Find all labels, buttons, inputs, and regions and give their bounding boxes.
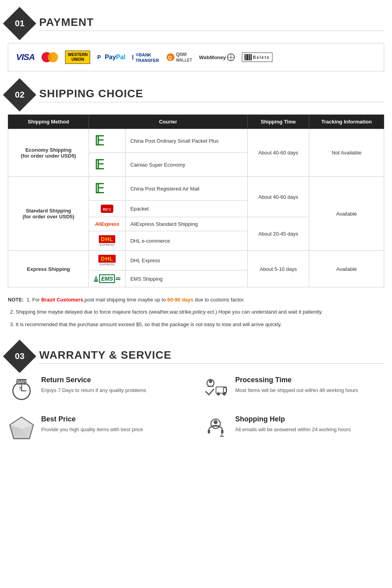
svg-rect-7 <box>246 54 246 60</box>
mastercard-logo <box>42 52 58 62</box>
shipping-table-wrapper: Shipping Method Courier Shipping Time Tr… <box>8 114 384 287</box>
china-post-reg-name: China Post Registered Air Mail <box>125 177 247 201</box>
svg-text:𝔼: 𝔼 <box>94 181 104 196</box>
table-row-express-1: Express Shipping DHL EXPRESS DHL Express… <box>8 251 384 270</box>
bank-transfer-logo: ≡BANKTRANSFER <box>132 51 159 63</box>
best-price-title: Best Price <box>41 415 143 423</box>
epacket-icon: e邮宝 <box>89 201 125 217</box>
svg-rect-9 <box>248 54 249 60</box>
paypal-logo: P PayPal <box>97 54 125 61</box>
col-time: Shipping Time <box>247 115 309 129</box>
shopping-help-desc: All emails will be answered within 24 wo… <box>235 426 351 434</box>
section-number-shipping: 02 <box>3 78 36 112</box>
processing-time-title: Processing Time <box>235 376 358 384</box>
return-service-title: Return Service <box>41 376 146 384</box>
shipping-notes: NOTE: 1. For Brazil Customers,post mail … <box>8 295 384 329</box>
economy-method-cell: Economy Shipping(for order under USD5) <box>8 129 89 177</box>
svg-text:DAYS: DAYS <box>17 380 28 384</box>
warranty-item-return: 7 DAYS Return Service Enjoys 7 Days to r… <box>8 376 190 403</box>
best-price-desc: Provide you high quality items with best… <box>41 426 143 434</box>
svg-rect-6 <box>245 54 245 60</box>
shipping-table: Shipping Method Courier Shipping Time Tr… <box>8 114 384 287</box>
ems-icon: EMS <box>89 270 125 287</box>
cainiao-name: Cainiao Super Economy <box>125 153 247 177</box>
shopping-help-text: Shopping Help All emails will be answere… <box>235 415 351 434</box>
svg-text:Q: Q <box>168 55 172 60</box>
china-post-name: China Post Ordinary Small Packet Plus <box>125 129 247 153</box>
return-service-desc: Enjoys 7 Days to return if any quality p… <box>41 387 146 394</box>
ems-name: EMS Shipping <box>125 270 247 287</box>
economy-tracking: Not Available <box>309 129 384 177</box>
dhl-ecom-icon: DHL EXPRESS <box>89 231 125 251</box>
express-tracking: Available <box>309 251 384 287</box>
processing-icon <box>202 376 229 403</box>
note-days: 60-90 days <box>167 297 194 303</box>
payment-section-header: 01 PAYMENT <box>8 12 384 35</box>
col-tracking: Tracking Information <box>309 115 384 129</box>
note-label: NOTE: <box>8 297 24 303</box>
dhl-express-icon: DHL EXPRESS <box>89 251 125 270</box>
standard-time-2: About 20-45 days <box>247 217 309 251</box>
warranty-item-help: Shopping Help All emails will be answere… <box>202 415 384 443</box>
boleto-logo: Boleto <box>242 53 272 62</box>
svg-text:P: P <box>97 54 101 60</box>
warranty-item-processing: Processing Time Most Items will be shipp… <box>202 376 384 403</box>
cainiao-icon-cell: 𝔼 <box>89 153 125 177</box>
economy-time: About 40-60 days <box>247 129 309 177</box>
payment-methods-box: VISA WESTERNUNION P PayPal ≡BANKTRANSFER… <box>8 43 384 71</box>
svg-point-33 <box>223 392 226 396</box>
svg-rect-10 <box>249 54 250 60</box>
warranty-grid: 7 DAYS Return Service Enjoys 7 Days to r… <box>8 376 384 443</box>
standard-time-1: About 40-60 days <box>247 177 309 217</box>
china-post-reg-icon: 𝔼 <box>89 177 125 201</box>
col-courier: Courier <box>89 115 247 129</box>
shipping-section-header: 02 SHIPPING CHOICE <box>8 83 384 107</box>
note-3: It is recommended that the purchase amou… <box>16 320 384 329</box>
shopping-help-title: Shopping Help <box>235 415 351 423</box>
svg-rect-42 <box>221 430 223 434</box>
aliexpress-icon: AliExpress <box>89 217 125 231</box>
price-icon <box>8 415 35 443</box>
processing-time-text: Processing Time Most Items will be shipp… <box>235 376 358 394</box>
processing-time-desc: Most Items will be shipped out within 48… <box>235 387 358 394</box>
warranty-section-header: 03 WARRANTY & SERVICE <box>8 345 384 368</box>
webmoney-logo: WebMoney <box>199 53 235 61</box>
svg-text:𝔼: 𝔼 <box>94 133 104 148</box>
col-method: Shipping Method <box>8 115 89 129</box>
standard-method-cell: Standard Shipping(for order over USD5) <box>8 177 89 251</box>
china-post-icon-cell: 𝔼 <box>89 129 125 153</box>
warranty-item-price: Best Price Provide you high quality item… <box>8 415 190 443</box>
dhl-express-name: DHL Express <box>125 251 247 270</box>
svg-point-40 <box>214 420 218 424</box>
table-row-standard-1: Standard Shipping(for order over USD5) 𝔼… <box>8 177 384 201</box>
svg-rect-11 <box>250 54 250 60</box>
svg-text:𝔼: 𝔼 <box>94 157 104 172</box>
standard-tracking: Available <box>309 177 384 251</box>
epacket-name: Epacket <box>125 201 247 217</box>
section-number-payment: 01 <box>3 7 36 40</box>
qiwi-logo: Q QIWIWALLET <box>166 52 192 63</box>
section-number-warranty: 03 <box>3 340 36 373</box>
svg-text:7: 7 <box>19 386 21 391</box>
svg-rect-12 <box>251 54 252 60</box>
payment-title: PAYMENT <box>39 16 384 31</box>
svg-point-32 <box>217 392 220 396</box>
return-service-text: Return Service Enjoys 7 Days to return i… <box>41 376 146 394</box>
return-icon: 7 DAYS <box>8 376 35 403</box>
express-time: About 5-10 days <box>247 251 309 287</box>
note-brazil: Brazil Customers <box>41 297 83 303</box>
aliexpress-name: AliExpress Standard Shipping <box>125 217 247 231</box>
svg-rect-8 <box>247 54 248 60</box>
note-2: Shipping time maybe delayed due to force… <box>16 307 384 316</box>
dhl-ecom-name: DHL e-commerce <box>125 231 247 251</box>
table-row-economy-1: Economy Shipping(for order under USD5) 𝔼… <box>8 129 384 153</box>
help-icon <box>202 415 229 443</box>
visa-logo: VISA <box>16 52 34 62</box>
express-method-cell: Express Shipping <box>8 251 89 287</box>
svg-rect-41 <box>208 430 210 434</box>
western-union-logo: WESTERNUNION <box>65 51 90 64</box>
warranty-title: WARRANTY & SERVICE <box>39 349 384 364</box>
best-price-text: Best Price Provide you high quality item… <box>41 415 143 434</box>
shipping-title: SHIPPING CHOICE <box>39 87 384 102</box>
svg-point-29 <box>209 380 212 383</box>
